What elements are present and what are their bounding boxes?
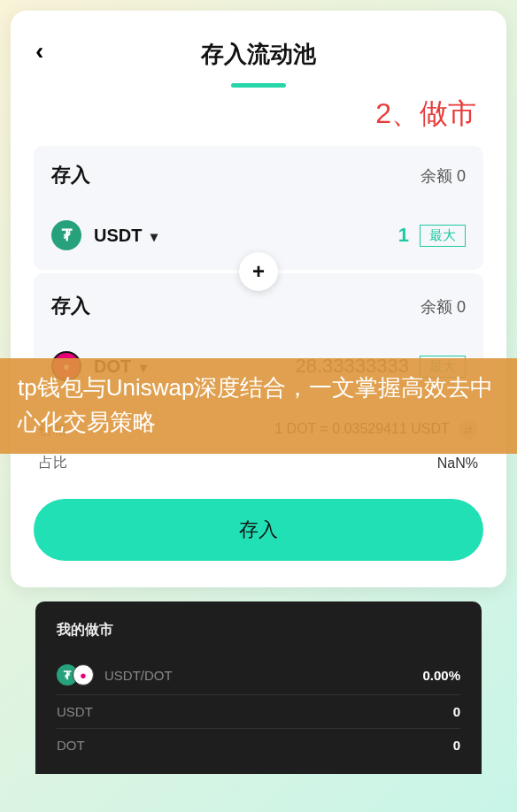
deposit-box-2: 存入 余额 0 ● DOT ▾ 28.33333333 最大 — [34, 273, 483, 401]
deposit-box-1: 存入 余额 0 ₮ USDT ▾ 1 最大 + — [34, 146, 483, 270]
chevron-down-icon: ▾ — [150, 229, 158, 244]
balance-display: 余额 0 — [421, 296, 466, 318]
submit-button[interactable]: 存入 — [34, 499, 483, 561]
dot-icon: ● — [51, 351, 81, 381]
page-title: 存入流动池 — [201, 39, 316, 70]
header: ‹ 存入流动池 — [34, 32, 483, 76]
deposit-label: 存入 — [51, 293, 90, 319]
deposit-label: 存入 — [51, 162, 90, 188]
balance-display: 余额 0 — [421, 165, 466, 187]
pair-row[interactable]: ₮ ● USDT/DOT 0.00% — [57, 655, 460, 695]
active-tab-indicator — [231, 83, 286, 88]
ratio-value: NaN% — [437, 456, 478, 471]
amount-input[interactable]: 28.33333333 — [296, 355, 409, 378]
price-label: 价格 — [39, 421, 67, 440]
token-selector[interactable]: USDT ▾ — [94, 226, 158, 246]
amount-input[interactable]: 1 — [398, 224, 409, 247]
my-market-making-panel: 我的做市 ₮ ● USDT/DOT 0.00% USDT 0 DOT 0 — [35, 601, 482, 774]
chevron-down-icon: ▾ — [140, 360, 147, 375]
price-value: 1 DOT = 0.03529411 USDT ⇄ — [274, 420, 478, 440]
max-button[interactable]: 最大 — [420, 225, 466, 247]
ratio-label: 占比 — [39, 454, 67, 472]
info-section: 价格 1 DOT = 0.03529411 USDT ⇄ 占比 NaN% — [39, 420, 478, 472]
dot-icon: ● — [73, 664, 94, 686]
panel-title: 我的做市 — [57, 621, 460, 640]
swap-icon[interactable]: ⇄ — [459, 420, 478, 440]
annotation-text: 2、做市 — [34, 95, 476, 134]
plus-icon: + — [239, 252, 278, 291]
token-row: USDT 0 — [57, 695, 460, 729]
usdt-icon: ₮ — [51, 220, 81, 250]
token-row: DOT 0 — [57, 729, 460, 762]
token-selector[interactable]: DOT ▾ — [94, 356, 147, 377]
max-button[interactable]: 最大 — [420, 356, 466, 378]
back-icon[interactable]: ‹ — [35, 39, 43, 64]
